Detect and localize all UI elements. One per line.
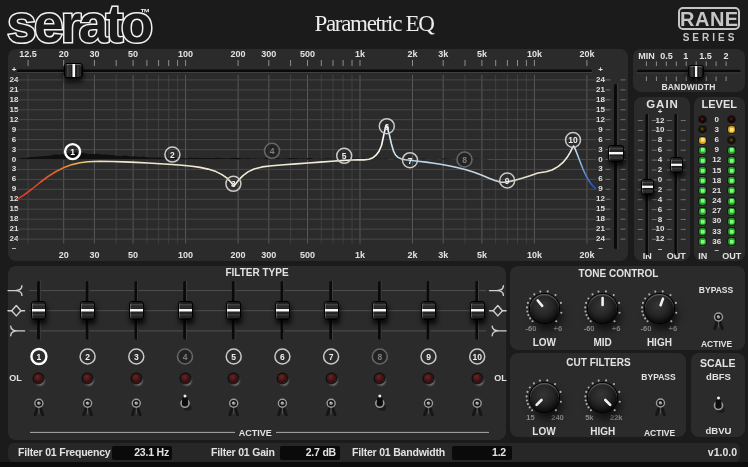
svg-text:serato: serato [7,0,152,50]
svg-text:™: ™ [140,7,150,18]
